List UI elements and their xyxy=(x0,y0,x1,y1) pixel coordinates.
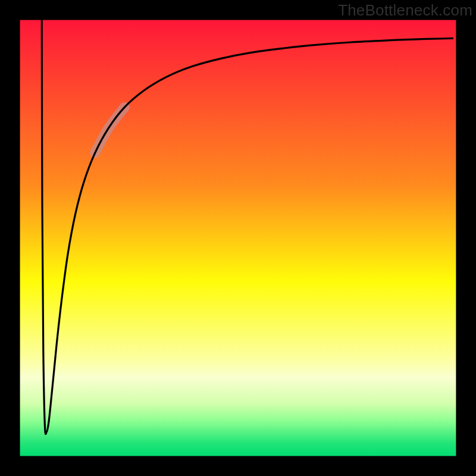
bottleneck-chart xyxy=(0,0,476,476)
plot-background xyxy=(20,20,456,456)
chart-stage: TheBottleneck.com xyxy=(0,0,476,476)
watermark-text: TheBottleneck.com xyxy=(338,1,472,20)
